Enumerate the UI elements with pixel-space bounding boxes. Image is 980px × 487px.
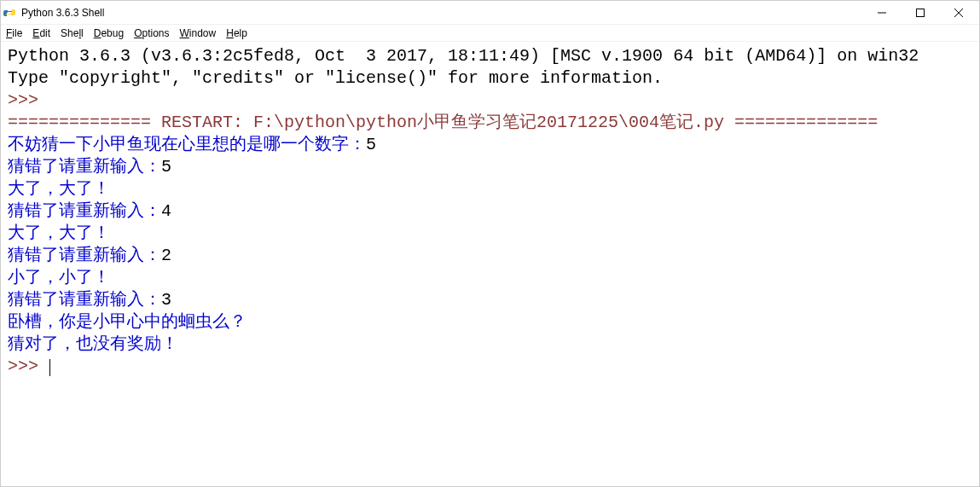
svg-rect-3 — [916, 9, 924, 16]
output-retry-prompt-1: 猜错了请重新输入： — [8, 157, 161, 177]
svg-point-1 — [10, 16, 12, 18]
text-cursor — [49, 359, 50, 376]
window-controls — [862, 1, 977, 25]
output-win-1: 卧槽，你是小甲心中的蛔虫么？ — [8, 312, 246, 332]
menu-options[interactable]: Options — [134, 27, 169, 39]
menu-debug[interactable]: Debug — [94, 27, 124, 39]
input-retry-1: 5 — [161, 157, 171, 177]
menu-bar: File Edit Shell Debug Options Window Hel… — [1, 25, 979, 42]
close-button[interactable] — [939, 1, 977, 25]
output-retry-prompt-3: 猜错了请重新输入： — [8, 246, 161, 265]
output-retry-prompt-2: 猜错了请重新输入： — [8, 201, 161, 221]
prompt-final: >>> — [8, 357, 49, 376]
restart-line: ============== RESTART: F:\python\python… — [8, 113, 878, 132]
output-win-2: 猜对了，也没有奖励！ — [8, 334, 178, 354]
menu-help[interactable]: Help — [226, 27, 247, 39]
output-guess-prompt: 不妨猜一下小甲鱼现在心里想的是哪一个数字： — [8, 135, 366, 154]
python-icon — [3, 6, 16, 20]
banner-line-2: Type "copyright", "credits" or "license(… — [8, 68, 663, 88]
input-retry-4: 3 — [161, 290, 171, 310]
input-guess-1: 5 — [366, 135, 376, 154]
output-too-small: 小了，小了！ — [8, 268, 110, 287]
minimize-button[interactable] — [862, 1, 901, 25]
banner-line-1: Python 3.6.3 (v3.6.3:2c5fed8, Oct 3 2017… — [8, 46, 919, 66]
output-too-big-2: 大了，大了！ — [8, 223, 110, 243]
output-too-big-1: 大了，大了！ — [8, 179, 110, 199]
menu-window[interactable]: Window — [180, 27, 217, 39]
input-retry-3: 2 — [161, 246, 171, 265]
input-retry-2: 4 — [161, 201, 171, 221]
output-retry-prompt-4: 猜错了请重新输入： — [8, 290, 161, 310]
prompt: >>> — [8, 90, 49, 110]
title-bar: Python 3.6.3 Shell — [1, 1, 979, 25]
console-output[interactable]: Python 3.6.3 (v3.6.3:2c5fed8, Oct 3 2017… — [1, 42, 979, 381]
menu-file[interactable]: File — [6, 27, 22, 39]
menu-edit[interactable]: Edit — [32, 27, 50, 39]
maximize-button[interactable] — [901, 1, 939, 25]
window-title: Python 3.6.3 Shell — [21, 7, 862, 19]
menu-shell[interactable]: Shell — [61, 27, 84, 39]
svg-point-0 — [7, 8, 9, 9]
